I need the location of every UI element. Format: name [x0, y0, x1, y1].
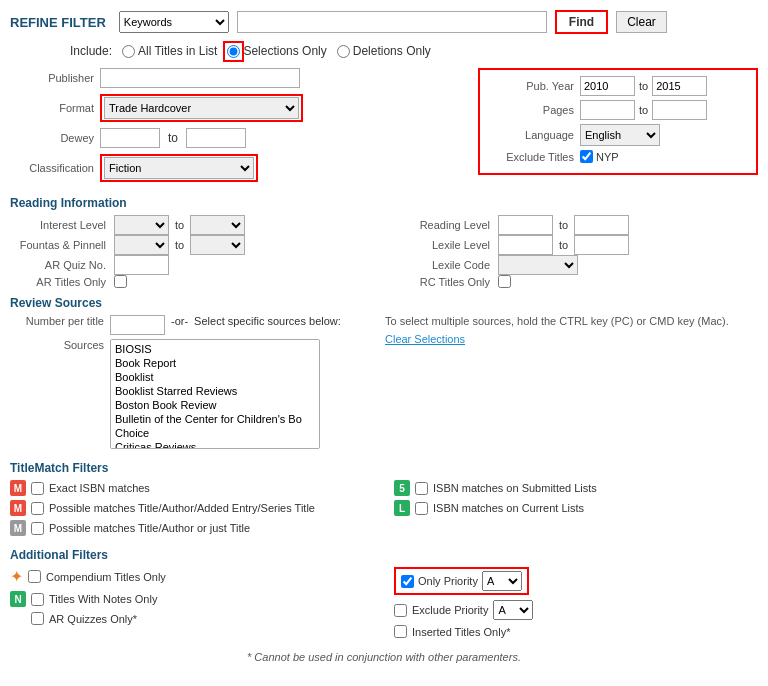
tm-exact-isbn-checkbox[interactable] — [31, 482, 44, 495]
include-selections-only[interactable]: Selections Only — [227, 44, 326, 58]
classification-row: Classification Fiction Non-Fiction Biogr… — [10, 154, 468, 182]
notes-row: N Titles With Notes Only — [10, 591, 374, 607]
exclude-priority-checkbox[interactable] — [394, 604, 407, 617]
lexile-level-row: Lexile Level to — [394, 235, 758, 255]
tm-row-5: L ISBN matches on Current Lists — [394, 500, 758, 516]
inserted-titles-checkbox[interactable] — [394, 625, 407, 638]
format-row: Format Trade Hardcover Paperback eBook — [10, 94, 468, 122]
ar-quizzes-row: AR Quizzes Only* — [10, 612, 374, 625]
lexile-code-select[interactable] — [498, 255, 578, 275]
lexile-level-from-input[interactable] — [498, 235, 553, 255]
pub-section: Pub. Year to Pages to Language English S… — [478, 68, 758, 175]
tm-row-1: M Exact ISBN matches — [10, 480, 374, 496]
compendium-label: Compendium Titles Only — [46, 571, 166, 583]
lexile-code-row: Lexile Code — [394, 255, 758, 275]
dewey-from-input[interactable] — [100, 128, 160, 148]
inserted-titles-row: Inserted Titles Only* — [394, 625, 758, 638]
language-select[interactable]: English Spanish French — [580, 124, 660, 146]
dewey-label: Dewey — [10, 132, 100, 144]
classification-select[interactable]: Fiction Non-Fiction Biography — [104, 157, 254, 179]
interest-level-to-select[interactable] — [190, 215, 245, 235]
reading-level-row: Reading Level to — [394, 215, 758, 235]
exclude-titles-row: Exclude Titles NYP — [490, 150, 746, 163]
sources-list[interactable]: BIOSIS Book Report Booklist Booklist Sta… — [110, 339, 320, 449]
ar-quizzes-checkbox[interactable] — [31, 612, 44, 625]
lexile-level-to-input[interactable] — [574, 235, 629, 255]
include-deletions-only[interactable]: Deletions Only — [337, 44, 431, 58]
ar-quiz-row: AR Quiz No. — [10, 255, 374, 275]
ar-titles-checkbox[interactable] — [114, 275, 127, 288]
interest-level-from-select[interactable] — [114, 215, 169, 235]
include-deletions-radio[interactable] — [337, 45, 350, 58]
interest-level-label: Interest Level — [10, 219, 110, 231]
nyp-label: NYP — [596, 151, 619, 163]
publisher-input[interactable] — [100, 68, 300, 88]
titlematch-section-title: TitleMatch Filters — [10, 461, 758, 475]
notes-checkbox[interactable] — [31, 593, 44, 606]
lexile-code-label: Lexile Code — [394, 259, 494, 271]
include-all-radio[interactable] — [122, 45, 135, 58]
rc-titles-label: RC Titles Only — [394, 276, 494, 288]
language-label: Language — [490, 129, 580, 141]
pub-year-to-input[interactable] — [652, 76, 707, 96]
titlematch-section: TitleMatch Filters M Exact ISBN matches … — [10, 461, 758, 540]
pages-row: Pages to — [490, 100, 746, 120]
reading-level-from-input[interactable] — [498, 215, 553, 235]
compendium-checkbox[interactable] — [28, 570, 41, 583]
interest-level-row: Interest Level to — [10, 215, 374, 235]
sources-row: Sources BIOSIS Book Report Booklist Book… — [10, 339, 370, 449]
rc-titles-checkbox[interactable] — [498, 275, 511, 288]
titlematch-right: 5 ISBN matches on Submitted Lists L ISBN… — [394, 480, 758, 540]
include-row: Include: All Titles in List Selections O… — [70, 44, 758, 58]
pub-year-from-input[interactable] — [580, 76, 635, 96]
pages-to-label: to — [639, 104, 648, 116]
include-selections-radio[interactable] — [227, 45, 240, 58]
dewey-to-input[interactable] — [186, 128, 246, 148]
ar-titles-label: AR Titles Only — [10, 276, 110, 288]
tm-isbn-submitted-checkbox[interactable] — [415, 482, 428, 495]
additional-grid: ✦ Compendium Titles Only N Titles With N… — [10, 567, 758, 643]
clear-button[interactable]: Clear — [616, 11, 667, 33]
lexile-level-label: Lexile Level — [394, 239, 494, 251]
right-filters: Pub. Year to Pages to Language English S… — [478, 68, 758, 188]
interest-level-to: to — [175, 219, 184, 231]
only-priority-select[interactable]: A B C — [482, 571, 522, 591]
include-all-titles[interactable]: All Titles in List — [122, 44, 217, 58]
main-filters: Publisher Format Trade Hardcover Paperba… — [10, 68, 758, 188]
find-button[interactable]: Find — [555, 10, 608, 34]
ar-quizzes-label: AR Quizzes Only* — [49, 613, 137, 625]
include-all-label: All Titles in List — [138, 44, 217, 58]
exclude-titles-label: Exclude Titles — [490, 151, 580, 163]
keyword-input[interactable] — [237, 11, 547, 33]
tm-possible-match-checkbox[interactable] — [31, 502, 44, 515]
reading-level-to: to — [559, 219, 568, 231]
fountas-from-select[interactable] — [114, 235, 169, 255]
ar-quiz-input[interactable] — [114, 255, 169, 275]
reading-section-title: Reading Information — [10, 196, 758, 210]
tm-exact-isbn-label: Exact ISBN matches — [49, 482, 150, 494]
format-select[interactable]: Trade Hardcover Paperback eBook — [104, 97, 299, 119]
badge-m-2: M — [10, 500, 26, 516]
publisher-label: Publisher — [10, 72, 100, 84]
clear-selections-link[interactable]: Clear Selections — [385, 333, 465, 345]
keyword-select[interactable]: Keywords Title Author ISBN — [119, 11, 229, 33]
only-priority-checkbox[interactable] — [401, 575, 414, 588]
tm-possible-match2-checkbox[interactable] — [31, 522, 44, 535]
tm-possible-match2-label: Possible matches Title/Author or just Ti… — [49, 522, 250, 534]
badge-l: L — [394, 500, 410, 516]
pages-to-input[interactable] — [652, 100, 707, 120]
additional-section-title: Additional Filters — [10, 548, 758, 562]
tm-isbn-current-checkbox[interactable] — [415, 502, 428, 515]
n-badge: N — [10, 591, 26, 607]
number-per-title-input[interactable] — [110, 315, 165, 335]
exclude-priority-select[interactable]: A B C — [493, 600, 533, 620]
sources-label: Sources — [10, 339, 110, 351]
select-sources-label: Select specific sources below: — [194, 315, 341, 327]
titlematch-left: M Exact ISBN matches M Possible matches … — [10, 480, 374, 540]
pub-year-row: Pub. Year to — [490, 76, 746, 96]
fountas-to-select[interactable] — [190, 235, 245, 255]
exclude-nyp-checkbox[interactable] — [580, 150, 593, 163]
tm-possible-match-label: Possible matches Title/Author/Added Entr… — [49, 502, 315, 514]
reading-level-to-input[interactable] — [574, 215, 629, 235]
pages-from-input[interactable] — [580, 100, 635, 120]
